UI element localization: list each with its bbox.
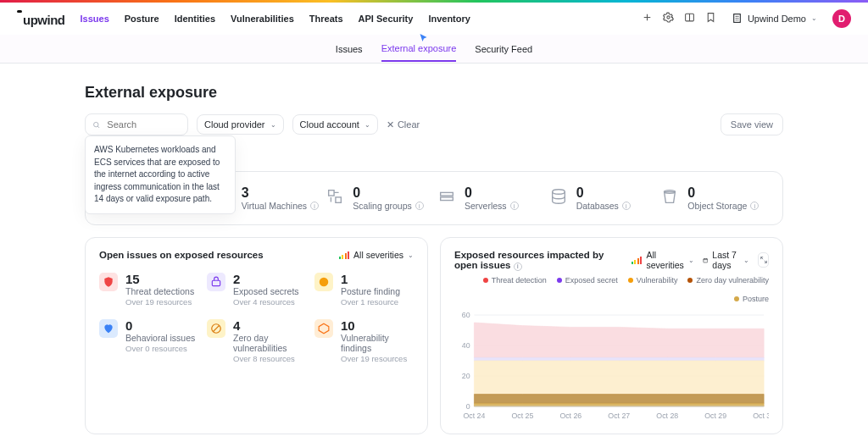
legend-item[interactable]: Exposed secret	[557, 276, 618, 285]
secret-icon	[207, 273, 225, 291]
building-icon	[732, 13, 743, 24]
svg-rect-8	[441, 192, 453, 196]
svg-text:40: 40	[462, 340, 470, 349]
issue-secret[interactable]: 2Exposed secretsOver 4 resources	[207, 272, 306, 307]
svg-rect-6	[329, 191, 334, 196]
columns-icon[interactable]	[684, 12, 695, 25]
zero-icon	[207, 319, 225, 338]
plus-icon[interactable]	[642, 12, 653, 25]
topbar: upwind Issues Posture Identities Vulnera…	[0, 3, 868, 35]
page: External exposure Cloud provider⌄ Cloud …	[0, 64, 868, 442]
svg-rect-7	[336, 197, 341, 202]
legend-item[interactable]: Threat detection	[483, 276, 547, 285]
summary-databases[interactable]: 0Databasesi	[549, 185, 654, 211]
chevron-down-icon: ⌄	[270, 121, 276, 129]
svg-text:Oct 29: Oct 29	[704, 411, 726, 419]
summary-label: Virtual Machines	[242, 201, 307, 211]
issue-heart[interactable]: 0Behavioral issuesOver 0 resources	[99, 318, 198, 363]
org-switcher[interactable]: Upwind Demo ⌄	[732, 13, 817, 24]
database-icon	[549, 187, 568, 206]
issue-sub: Over 8 resources	[233, 354, 306, 363]
issue-count: 2	[233, 272, 299, 286]
nav-api-security[interactable]: API Security	[359, 14, 414, 24]
legend-item[interactable]: Posture	[734, 295, 769, 303]
legend-item[interactable]: Zero day vulnerability	[687, 276, 769, 285]
issue-shield[interactable]: 15Threat detectionsOver 19 resources	[99, 272, 198, 307]
svg-text:20: 20	[462, 371, 470, 379]
primary-nav: Issues Posture Identities Vulnerabilitie…	[81, 14, 470, 24]
nav-identities[interactable]: Identities	[175, 14, 215, 24]
bookmark-icon[interactable]	[705, 12, 716, 25]
summary-label: Serverless	[465, 201, 507, 211]
summary-scaling[interactable]: 0Scaling groupsi	[326, 185, 431, 211]
heart-icon	[99, 319, 118, 338]
svg-text:0: 0	[466, 401, 470, 410]
subnav-external-exposure[interactable]: External exposure	[381, 36, 457, 62]
issue-count: 1	[341, 272, 400, 286]
search-input[interactable]	[105, 119, 181, 130]
nav-vulnerabilities[interactable]: Vulnerabilities	[231, 14, 294, 24]
issue-sub: Over 19 resources	[341, 354, 414, 363]
expand-icon[interactable]	[758, 252, 769, 268]
subnav-security-feed[interactable]: Security Feed	[475, 37, 532, 61]
summary-label: Scaling groups	[353, 201, 411, 211]
severity-filter[interactable]: All severities⌄	[339, 250, 414, 260]
summary-serverless[interactable]: 0Serverlessi	[437, 185, 542, 211]
nav-threats[interactable]: Threats	[309, 14, 343, 24]
info-icon[interactable]: i	[310, 202, 319, 210]
svg-rect-12	[212, 280, 220, 285]
page-title: External exposure	[85, 84, 783, 102]
save-view-button[interactable]: Save view	[721, 113, 783, 135]
info-icon[interactable]: i	[750, 202, 759, 210]
vuln-icon	[314, 319, 333, 338]
summary-object-storage[interactable]: 0Object Storagei	[660, 185, 765, 211]
legend-item[interactable]: Vulnerability	[628, 276, 678, 285]
issue-label: Threat detections	[125, 286, 194, 296]
issue-count: 10	[341, 318, 414, 333]
brand-logo[interactable]: upwind	[17, 10, 65, 27]
chevron-down-icon: ⌄	[364, 121, 370, 129]
panel-open-issues: Open issues on exposed resources All sev…	[85, 237, 428, 434]
subnav-issues[interactable]: Issues	[336, 37, 363, 61]
posture-icon	[314, 273, 333, 291]
shield-icon	[99, 273, 118, 291]
severity-filter[interactable]: All severities⌄	[632, 250, 694, 270]
issue-vuln[interactable]: 10Vulnerability findingsOver 19 resource…	[314, 318, 414, 363]
info-icon[interactable]: i	[514, 262, 522, 271]
panel-title: Open issues on exposed resources	[99, 250, 264, 260]
info-icon[interactable]: i	[415, 202, 424, 210]
search-icon	[92, 120, 100, 130]
issue-sub: Over 0 resources	[125, 344, 195, 353]
svg-text:60: 60	[462, 312, 470, 319]
summary-label: Databases	[576, 201, 619, 211]
impact-chart[interactable]: 0204060Oct 24Oct 25Oct 26Oct 27Oct 28Oct…	[454, 312, 769, 422]
gear-icon[interactable]	[663, 12, 674, 25]
filter-cloud-account[interactable]: Cloud account⌄	[292, 114, 378, 135]
summary-value: 3	[242, 185, 319, 201]
calendar-icon	[703, 256, 709, 265]
issue-count: 0	[125, 318, 195, 333]
svg-point-13	[320, 278, 329, 287]
filter-cloud-provider[interactable]: Cloud provider⌄	[197, 114, 284, 135]
issue-zero[interactable]: 4Zero day vulnerabilitiesOver 8 resource…	[207, 318, 306, 363]
svg-text:Oct 30: Oct 30	[753, 411, 769, 419]
issue-count: 15	[125, 272, 194, 286]
info-icon[interactable]: i	[510, 202, 519, 210]
issue-posture[interactable]: 1Posture findingOver 1 resource	[314, 272, 414, 307]
svg-text:Oct 28: Oct 28	[656, 411, 678, 419]
user-avatar[interactable]: D	[832, 9, 851, 28]
issue-count: 4	[233, 318, 306, 333]
org-name: Upwind Demo	[748, 14, 806, 24]
time-range-filter[interactable]: Last 7 days⌄	[703, 250, 749, 270]
issue-label: Posture finding	[341, 286, 400, 296]
nav-posture[interactable]: Posture	[125, 14, 159, 24]
summary-value: 0	[465, 185, 519, 201]
info-icon[interactable]: i	[622, 202, 631, 210]
subnav: Issues External exposure Security Feed	[0, 36, 868, 63]
search-input-wrap[interactable]	[85, 113, 188, 135]
clear-filters[interactable]: ✕Clear	[387, 119, 420, 130]
subnav-wrap: Issues External exposure Security Feed	[0, 35, 868, 64]
nav-issues[interactable]: Issues	[81, 14, 109, 24]
chevron-down-icon: ⌄	[811, 14, 817, 22]
nav-inventory[interactable]: Inventory	[428, 14, 470, 24]
